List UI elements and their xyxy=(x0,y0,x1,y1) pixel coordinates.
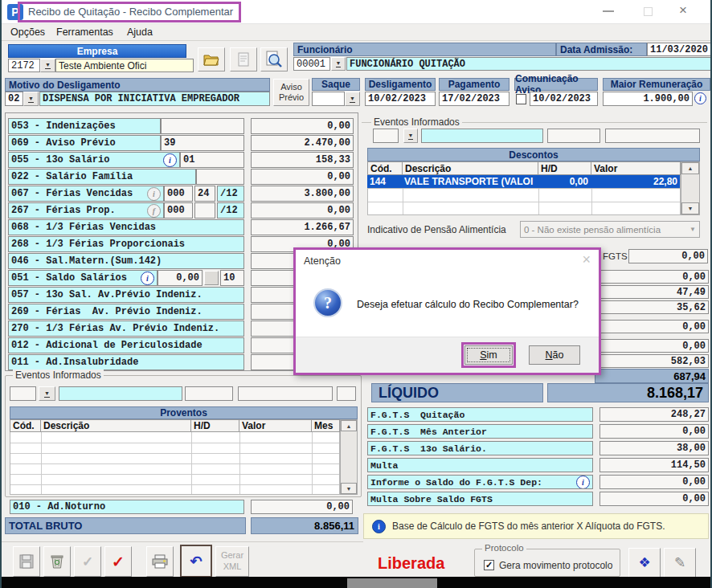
fgts-row-value: 0,00 xyxy=(599,424,709,439)
desconto-row-valor[interactable]: 22,80 xyxy=(591,175,681,189)
eventos-bottom-label: Eventos Informados xyxy=(13,370,104,381)
gerar-xml-button[interactable]: Gerar XML xyxy=(215,546,249,577)
verba-extra-label: /12 xyxy=(217,186,244,202)
scroll-down-icon[interactable]: ▼ xyxy=(341,483,357,494)
provento-mes-field[interactable] xyxy=(337,386,356,401)
descontos-empty-rows xyxy=(367,189,681,215)
saque-field[interactable] xyxy=(312,92,345,106)
eventos-top-label: Eventos Informados xyxy=(371,116,462,128)
sign-search-button[interactable]: ✎ xyxy=(664,548,696,578)
open-folder-button[interactable] xyxy=(198,47,225,71)
maior-remuneracao-field[interactable]: 1.900,00 xyxy=(603,92,693,106)
save-button[interactable] xyxy=(13,546,40,577)
comunicacao-checkbox[interactable] xyxy=(516,94,526,104)
desligamento-date-field[interactable]: 10/02/2023 xyxy=(365,92,436,106)
undo-button[interactable]: ↶ xyxy=(180,545,212,578)
verba-info-icon[interactable]: i xyxy=(141,272,154,285)
motivo-code-field[interactable]: 02 xyxy=(5,92,23,106)
verba-fn-icon[interactable]: f xyxy=(147,204,161,218)
empresa-dropdown-icon[interactable]: ▼ xyxy=(40,59,55,72)
verba-extra-field[interactable]: 0,00 xyxy=(158,270,203,286)
noturno-label: 010 - Ad.Noturno xyxy=(10,500,244,514)
motivo-desc-field[interactable]: DISPENSA POR INICIATIVA EMPREGADOR xyxy=(39,92,270,106)
funcionario-name-field[interactable]: FUNCIONÁRIO QUITAÇÃO xyxy=(346,57,711,71)
maior-remuneracao-header: Maior Remuneração xyxy=(603,78,710,91)
question-icon: ? xyxy=(313,288,342,317)
total-bruto-label: TOTAL BRUTO xyxy=(5,517,246,534)
verba-info-icon[interactable]: i xyxy=(163,153,177,167)
descontos-col-valor: Valor xyxy=(591,161,681,175)
evento-hd-field[interactable] xyxy=(547,129,600,143)
delete-button[interactable] xyxy=(43,546,71,577)
desconto-row-hd[interactable]: 0,00 xyxy=(538,175,591,189)
verba-extra-field[interactable]: 000 xyxy=(164,202,193,218)
fgts-info-icon[interactable]: i xyxy=(576,476,590,489)
dialog-title: Atenção xyxy=(304,255,341,267)
dialog-close-icon[interactable]: × xyxy=(582,251,591,268)
motivo-dropdown-icon[interactable]: ▼ xyxy=(23,92,39,106)
scroll-down-icon[interactable]: ▼ xyxy=(681,202,699,214)
descontos-scrollbar[interactable]: ▲ ▼ xyxy=(681,161,700,215)
calendar-picker-icon[interactable] xyxy=(204,271,219,285)
pagamento-date-field[interactable]: 17/02/2023 xyxy=(439,92,509,106)
search-button[interactable] xyxy=(260,47,288,71)
fgts-aliquota-label: FGTS xyxy=(603,251,628,261)
protocolo-checkbox[interactable]: ✓ xyxy=(484,560,494,570)
verba-extra-field[interactable] xyxy=(161,118,244,134)
menu-opcoes[interactable]: Opções xyxy=(10,27,45,38)
funcionario-dropdown-icon[interactable]: ▼ xyxy=(331,57,346,71)
maximize-icon[interactable] xyxy=(644,7,653,16)
maior-remuneracao-info-icon[interactable]: i xyxy=(694,92,706,104)
funcionario-code-field[interactable]: 00001 xyxy=(293,57,330,71)
provento-dropdown-icon[interactable]: ▼ xyxy=(39,386,55,401)
proventos-scrollbar[interactable]: ▲ ▼ xyxy=(340,419,358,495)
evento-desc-field[interactable] xyxy=(421,129,543,143)
verba-extra-field[interactable] xyxy=(196,169,244,185)
noturno-value: 0,00 xyxy=(251,500,353,514)
pensao-select[interactable]: 0 - Não existe pensão alimentícia ▼ xyxy=(520,221,700,238)
confirm-disabled-button[interactable]: ✓ xyxy=(74,546,101,577)
verba-extra-field[interactable]: 10 xyxy=(220,270,244,286)
verba-extra-field[interactable]: 01 xyxy=(180,152,244,168)
menu-ajuda[interactable]: Ajuda xyxy=(127,27,153,38)
provento-desc-field[interactable] xyxy=(59,386,182,401)
empresa-header: Empresa xyxy=(8,44,186,58)
provento-valor-field[interactable] xyxy=(238,386,333,401)
scroll-up-icon[interactable]: ▲ xyxy=(341,420,357,431)
protocolo-label: Protocolo xyxy=(482,543,526,553)
desconto-row-cod[interactable]: 144 xyxy=(367,175,403,189)
desconto-row-desc[interactable]: VALE TRANSPORTE (VALOI xyxy=(402,175,538,189)
proventos-col-desc: Descrição xyxy=(40,419,191,432)
menu-ferramentas[interactable]: Ferramentas xyxy=(56,27,113,38)
verba-extra-field[interactable] xyxy=(194,202,215,218)
report-button[interactable] xyxy=(230,47,257,71)
evento-dropdown-icon[interactable]: ▼ xyxy=(403,129,418,143)
app-window: P Recibo de Quitação - Recibo Complement… xyxy=(0,0,712,588)
evento-valor-field[interactable] xyxy=(605,129,700,143)
close-icon[interactable]: × xyxy=(679,2,687,18)
sim-button[interactable]: Sim xyxy=(464,345,513,365)
trash-icon xyxy=(50,553,64,570)
provento-code-field[interactable] xyxy=(10,386,36,401)
evento-code-field[interactable] xyxy=(373,129,399,143)
protocolo-check-label: Gera movimento protocolo xyxy=(499,560,612,571)
scroll-up-icon[interactable]: ▲ xyxy=(681,162,699,174)
fgts-row-label: Multa xyxy=(367,458,593,472)
fgts-aliquota-field[interactable]: 0,00 xyxy=(628,249,708,263)
confirm-button[interactable]: ✓ xyxy=(104,546,132,577)
provento-hd-field[interactable] xyxy=(185,386,233,401)
protocol-nav-button[interactable]: ❖ xyxy=(628,548,661,578)
print-button[interactable] xyxy=(146,546,174,577)
minimize-icon[interactable] xyxy=(603,10,614,12)
verba-value: 3.800,00 xyxy=(251,186,354,202)
nao-button[interactable]: Não xyxy=(529,345,580,365)
verba-extra-field[interactable]: 000 xyxy=(164,186,193,202)
empresa-name-field[interactable]: Teste Ambiente Ofici xyxy=(55,59,194,72)
comunicacao-date-field[interactable]: 10/02/2023 xyxy=(530,92,598,106)
verba-extra-field[interactable]: 39 xyxy=(161,135,244,151)
verba-extra-field[interactable]: 24 xyxy=(194,186,215,202)
total-bruto-value: 8.856,11 xyxy=(251,517,358,534)
empresa-code-field[interactable]: 2172 xyxy=(8,59,40,72)
saque-dropdown-icon[interactable]: ▼ xyxy=(345,92,360,106)
verba-info-icon[interactable]: i xyxy=(147,187,161,201)
